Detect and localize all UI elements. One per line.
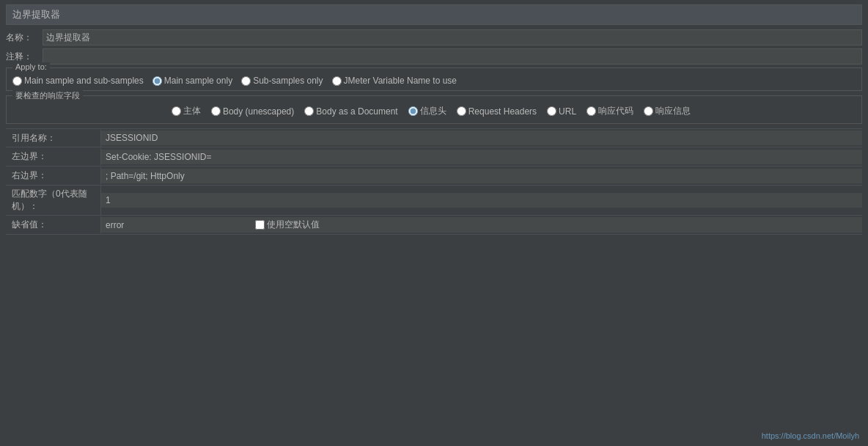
apply-jmeter-item[interactable]: JMeter Variable Name to use xyxy=(332,76,457,86)
rf-resp-msg-radio[interactable] xyxy=(644,106,653,116)
rf-document-label[interactable]: Body as a Document xyxy=(316,106,397,117)
comment-row: 注释： xyxy=(6,48,862,65)
ref-name-input[interactable] xyxy=(104,132,859,144)
rf-document-radio[interactable] xyxy=(304,106,314,116)
rf-main-label[interactable]: 主体 xyxy=(183,105,201,117)
rf-resp-msg-item[interactable]: 响应信息 xyxy=(644,105,691,117)
rf-header-label[interactable]: 信息头 xyxy=(420,105,446,117)
left-boundary-input[interactable] xyxy=(104,151,859,163)
default-value-row: 缺省值： 使用空默认值 xyxy=(6,216,862,235)
apply-jmeter-label[interactable]: JMeter Variable Name to use xyxy=(344,76,457,86)
right-boundary-input[interactable] xyxy=(104,170,859,182)
ref-name-row: 引用名称： xyxy=(6,128,862,147)
match-no-input[interactable] xyxy=(104,194,859,206)
apply-main-sub-label[interactable]: Main sample and sub-samples xyxy=(24,76,144,86)
main-container: 边界提取器 名称： 注释： Apply to: Main sample and … xyxy=(0,0,868,239)
rf-resp-msg-label[interactable]: 响应信息 xyxy=(655,105,691,117)
rf-req-headers-radio[interactable] xyxy=(457,106,466,116)
default-value-content: 使用空默认值 xyxy=(101,217,862,233)
apply-to-group: Apply to: Main sample and sub-samples Ma… xyxy=(6,67,862,91)
rf-resp-code-item[interactable]: 响应代码 xyxy=(586,105,633,117)
name-label: 名称： xyxy=(6,32,43,44)
match-no-value-cell xyxy=(101,193,862,208)
rf-document-item[interactable]: Body as a Document xyxy=(304,106,397,117)
apply-main-sub-radio[interactable] xyxy=(12,76,22,86)
rf-resp-code-radio[interactable] xyxy=(586,106,596,116)
default-value-label: 缺省值： xyxy=(6,216,101,233)
comment-label: 注释： xyxy=(6,51,43,63)
fields-table: 引用名称： 左边界： 右边界： 匹配数字（0代表随机）： xyxy=(6,128,862,235)
rf-resp-code-label[interactable]: 响应代码 xyxy=(598,105,633,117)
rf-header-item[interactable]: 信息头 xyxy=(408,105,446,117)
match-no-label: 匹配数字（0代表随机）： xyxy=(6,186,101,215)
apply-jmeter-radio[interactable] xyxy=(332,76,342,86)
comment-input[interactable] xyxy=(43,48,862,65)
right-boundary-label: 右边界： xyxy=(6,167,101,184)
rf-unescaped-item[interactable]: Body (unescaped) xyxy=(211,106,294,117)
match-no-row: 匹配数字（0代表随机）： xyxy=(6,186,862,216)
apply-sub-radio[interactable] xyxy=(241,76,251,86)
rf-unescaped-radio[interactable] xyxy=(211,106,221,116)
apply-main-sub-item[interactable]: Main sample and sub-samples xyxy=(12,76,144,86)
rf-req-headers-label[interactable]: Request Headers xyxy=(468,106,537,117)
rf-url-radio[interactable] xyxy=(547,106,556,116)
rf-unescaped-label[interactable]: Body (unescaped) xyxy=(223,106,294,117)
left-boundary-row: 左边界： xyxy=(6,147,862,167)
bottom-link-text: https://blog.csdn.net/Moilyh xyxy=(762,431,859,440)
default-value-input[interactable] xyxy=(104,219,251,231)
bottom-link: https://blog.csdn.net/Moilyh xyxy=(762,431,859,440)
response-fields-group: 要检查的响应字段 主体 Body (unescaped) Body as a D… xyxy=(6,95,862,124)
rf-url-label[interactable]: URL xyxy=(559,106,576,117)
name-input[interactable] xyxy=(43,29,862,45)
use-empty-checkbox-item[interactable]: 使用空默认值 xyxy=(255,219,320,231)
name-row: 名称： xyxy=(6,29,862,45)
right-boundary-value-cell xyxy=(101,169,862,183)
use-empty-checkbox[interactable] xyxy=(255,220,265,230)
apply-main-radio[interactable] xyxy=(152,76,162,86)
ref-name-value-cell xyxy=(101,131,862,145)
title-bar: 边界提取器 xyxy=(6,4,862,25)
ref-name-label: 引用名称： xyxy=(6,130,101,147)
apply-main-item[interactable]: Main sample only xyxy=(152,76,232,86)
left-boundary-value-cell xyxy=(101,150,862,164)
rf-url-item[interactable]: URL xyxy=(547,106,576,117)
right-boundary-row: 右边界： xyxy=(6,167,862,186)
use-empty-label[interactable]: 使用空默认值 xyxy=(267,219,320,231)
apply-to-legend: Apply to: xyxy=(12,62,50,71)
apply-sub-label[interactable]: Sub-samples only xyxy=(253,76,323,86)
response-radio-group: 主体 Body (unescaped) Body as a Document 信… xyxy=(12,99,856,117)
rf-header-radio[interactable] xyxy=(408,106,418,116)
title-text: 边界提取器 xyxy=(12,9,60,20)
apply-main-label[interactable]: Main sample only xyxy=(164,76,232,86)
rf-main-radio[interactable] xyxy=(172,106,181,116)
response-fields-legend: 要检查的响应字段 xyxy=(12,90,83,101)
left-boundary-label: 左边界： xyxy=(6,148,101,165)
apply-to-radio-group: Main sample and sub-samples Main sample … xyxy=(12,71,856,86)
apply-sub-item[interactable]: Sub-samples only xyxy=(241,76,323,86)
rf-main-item[interactable]: 主体 xyxy=(172,105,201,117)
rf-req-headers-item[interactable]: Request Headers xyxy=(457,106,537,117)
